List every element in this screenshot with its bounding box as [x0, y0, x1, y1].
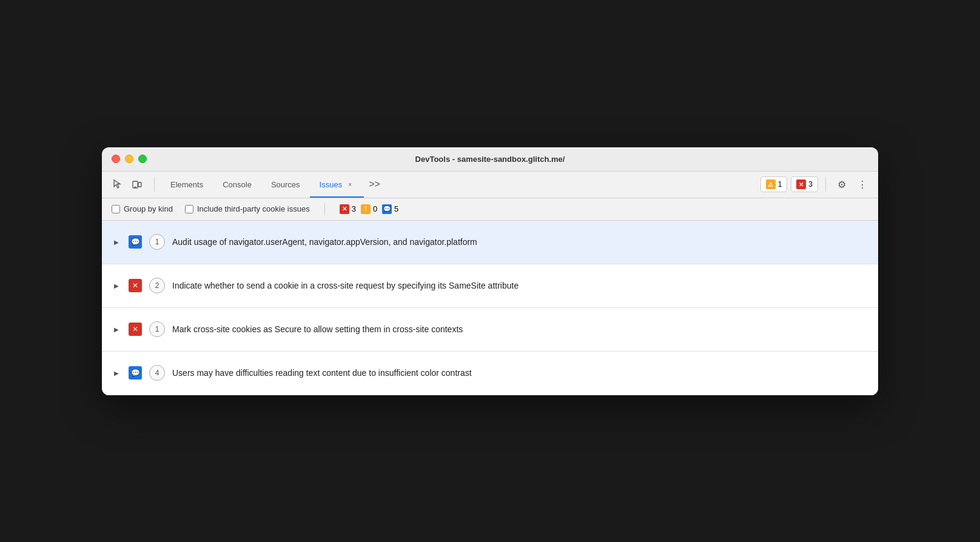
expand-arrow-3[interactable]: ▶: [112, 326, 121, 333]
error-count-item: ✕ 3: [340, 204, 356, 214]
titlebar: DevTools - samesite-sandbox.glitch.me/: [102, 147, 878, 172]
right-divider: [825, 177, 826, 192]
expand-arrow-1[interactable]: ▶: [112, 239, 121, 246]
expand-arrow-4[interactable]: ▶: [112, 370, 121, 376]
toolbar-icons: [109, 176, 146, 193]
settings-button[interactable]: ⚙: [833, 176, 850, 193]
tabs-container: Elements Console Sources Issues × >>: [161, 171, 758, 198]
issue-row[interactable]: ▶ ✕ 1 Mark cross-site cookies as Secure …: [102, 308, 878, 352]
inspect-element-button[interactable]: [109, 176, 126, 193]
include-third-party-label[interactable]: Include third-party cookie issues: [185, 204, 310, 213]
issue-row[interactable]: ▶ 💬 1 Audit usage of navigator.userAgent…: [102, 221, 878, 264]
expand-arrow-2[interactable]: ▶: [112, 283, 121, 289]
tab-sources[interactable]: Sources: [261, 171, 310, 198]
devtools-window: DevTools - samesite-sandbox.glitch.me/ E…: [102, 147, 878, 395]
issue-text-4: Users may have difficulties reading text…: [172, 367, 868, 380]
issue-text-3: Mark cross-site cookies as Secure to all…: [172, 323, 868, 336]
issue-count-1: 1: [149, 234, 165, 250]
toolbar-divider: [154, 177, 155, 192]
info-count-item: 💬 5: [382, 204, 398, 214]
tab-console[interactable]: Console: [213, 171, 261, 198]
issue-icon-1: 💬: [129, 235, 142, 249]
cursor-icon: [112, 179, 123, 190]
issue-icon-3: ✕: [129, 323, 142, 336]
issue-count-2: 2: [149, 278, 165, 293]
warning-icon: ⚠: [766, 179, 776, 189]
filter-divider: [324, 203, 325, 215]
close-button[interactable]: [112, 155, 120, 163]
issue-text-2: Indicate whether to send a cookie in a c…: [172, 279, 868, 292]
issue-count-3: 1: [149, 321, 165, 337]
issue-row[interactable]: ▶ 💬 4 Users may have difficulties readin…: [102, 352, 878, 395]
device-icon: [132, 179, 143, 190]
tab-close-issues[interactable]: ×: [346, 180, 354, 189]
info-count-icon: 💬: [382, 204, 392, 214]
more-tabs-button[interactable]: >>: [364, 176, 385, 192]
svg-rect-1: [138, 182, 141, 187]
tab-issues[interactable]: Issues ×: [310, 171, 364, 198]
filter-bar: Group by kind Include third-party cookie…: [102, 198, 878, 221]
issue-count-4: 4: [149, 365, 165, 381]
error-icon: ✕: [796, 179, 806, 189]
warning-count-icon: !: [361, 204, 371, 214]
warning-count-item: ! 0: [361, 204, 377, 214]
minimize-button[interactable]: [125, 155, 133, 163]
tab-elements[interactable]: Elements: [161, 171, 213, 198]
warning-badge-button[interactable]: ⚠ 1: [760, 176, 788, 192]
maximize-button[interactable]: [138, 155, 147, 163]
issue-icon-4: 💬: [129, 366, 142, 380]
issue-row[interactable]: ▶ ✕ 2 Indicate whether to send a cookie …: [102, 264, 878, 308]
traffic-lights: [112, 155, 147, 163]
kebab-icon: ⋮: [858, 179, 867, 190]
include-third-party-checkbox[interactable]: [185, 205, 193, 213]
device-toolbar-button[interactable]: [129, 176, 146, 193]
toolbar: Elements Console Sources Issues × >> ⚠ 1: [102, 172, 878, 198]
toolbar-right: ⚠ 1 ✕ 3 ⚙ ⋮: [760, 176, 871, 193]
group-by-kind-label[interactable]: Group by kind: [112, 204, 173, 213]
gear-icon: ⚙: [837, 179, 846, 190]
error-count-icon: ✕: [340, 204, 349, 214]
more-menu-button[interactable]: ⋮: [854, 176, 871, 193]
issue-text-1: Audit usage of navigator.userAgent, navi…: [172, 236, 868, 249]
window-title: DevTools - samesite-sandbox.glitch.me/: [415, 155, 565, 164]
filter-counts: ✕ 3 ! 0 💬 5: [340, 204, 399, 214]
group-by-kind-checkbox[interactable]: [112, 205, 120, 213]
issue-icon-2: ✕: [129, 279, 142, 292]
error-badge-button[interactable]: ✕ 3: [791, 176, 818, 192]
issues-list: ▶ 💬 1 Audit usage of navigator.userAgent…: [102, 221, 878, 395]
